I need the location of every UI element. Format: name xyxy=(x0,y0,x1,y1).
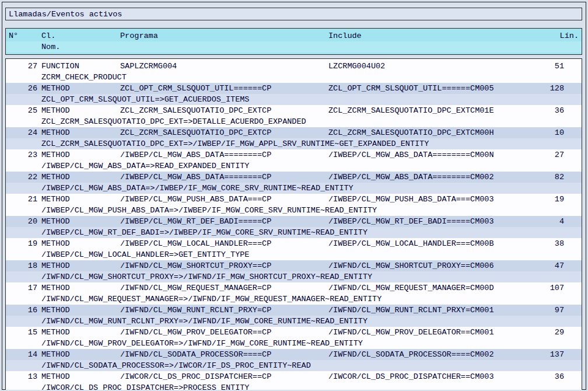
include-name: /IWCOR/CL_DS_PROC_DISPATCHER==CM003 xyxy=(328,371,512,382)
program-name: /IWBEP/CL_MGW_RT_DEF_BADI=====CP xyxy=(120,216,328,227)
include-name: /IWFND/CL_MGW_REQUEST_MANAGER=CM00D xyxy=(328,282,512,294)
table-row[interactable]: 26 METHOD ZCL_OPT_CRM_SLSQUOT_UTIL======… xyxy=(6,83,582,105)
stack-number: 25 xyxy=(6,105,37,116)
column-header-programa: Programa xyxy=(120,30,328,41)
include-name: ZCL_OPT_CRM_SLSQUOT_UTIL======CM005 xyxy=(328,83,512,94)
stack-number: 14 xyxy=(6,349,37,360)
program-name: /IWBEP/CL_MGW_PUSH_ABS_DATA===CP xyxy=(120,194,328,205)
call-type: METHOD xyxy=(37,172,120,183)
event-name: /IWBEP/CL_MGW_LOCAL_HANDLER=>GET_ENTITY_… xyxy=(6,249,249,260)
event-name: /IWBEP/CL_MGW_ABS_DATA=>/IWBEP/IF_MGW_CO… xyxy=(6,183,354,194)
table-row[interactable]: 16 METHOD /IWFND/CL_MGW_RUNT_RCLNT_PRXY=… xyxy=(6,305,582,327)
table-row[interactable]: 17 METHOD /IWFND/CL_MGW_REQUEST_MANAGER=… xyxy=(6,282,582,305)
program-name: /IWFND/CL_MGW_RUNT_RCLNT_PRXY=CP xyxy=(120,305,328,316)
event-name: /IWBEP/CL_MGW_ABS_DATA=>READ_EXPANDED_EN… xyxy=(6,160,249,172)
event-name: ZCL_OPT_CRM_SLSQUOT_UTIL=>GET_ACUERDOS_I… xyxy=(6,94,249,105)
include-name: /IWBEP/CL_MGW_ABS_DATA========CM002 xyxy=(328,172,512,183)
table-row[interactable]: 19 METHOD /IWBEP/CL_MGW_LOCAL_HANDLER===… xyxy=(6,238,582,260)
event-name: /IWFND/CL_MGW_PROV_DELEGATOR=>/IWFND/IF_… xyxy=(6,338,363,349)
table-header: N° Cl. Programa Include Lín. Nom. xyxy=(5,28,582,55)
table-row[interactable]: 21 METHOD /IWBEP/CL_MGW_PUSH_ABS_DATA===… xyxy=(6,194,582,216)
call-stack-table: 27 FUNCTION SAPLZCRMG004 LZCRMG004U02 51… xyxy=(5,58,582,390)
line-number: 107 xyxy=(512,282,582,294)
program-name: ZCL_OPT_CRM_SLSQUOT_UTIL======CP xyxy=(120,83,328,94)
table-row[interactable]: 24 METHOD ZCL_ZCRM_SALESQUOTATIO_DPC_EXT… xyxy=(6,127,582,149)
stack-number: 22 xyxy=(6,172,37,183)
stack-number: 24 xyxy=(6,127,37,138)
table-row[interactable]: 20 METHOD /IWBEP/CL_MGW_RT_DEF_BADI=====… xyxy=(6,216,582,238)
table-row[interactable]: 13 METHOD /IWCOR/CL_DS_PROC_DISPATCHER==… xyxy=(6,371,582,390)
include-name: /IWBEP/CL_MGW_ABS_DATA========CM00N xyxy=(328,149,512,160)
stack-number: 18 xyxy=(6,260,37,271)
event-name: ZCRM_CHECK_PRODUCT xyxy=(6,72,127,83)
event-name: /IWBEP/CL_MGW_RT_DEF_BADI=>/IWBEP/IF_MGW… xyxy=(6,227,368,238)
event-name: /IWFND/CL_MGW_RUNT_RCLNT_PRXY=>/IWFND/IF… xyxy=(6,316,368,327)
include-name: /IWFND/CL_MGW_SHORTCUT_PROXY==CM006 xyxy=(328,260,512,271)
stack-number: 20 xyxy=(6,216,37,227)
column-header-cl: Cl. xyxy=(37,30,120,41)
column-header-num: N° xyxy=(6,30,37,41)
call-type: METHOD xyxy=(37,105,120,116)
table-row[interactable]: 25 METHOD ZCL_ZCRM_SALESQUOTATIO_DPC_EXT… xyxy=(6,105,582,127)
table-row[interactable]: 23 METHOD /IWBEP/CL_MGW_ABS_DATA========… xyxy=(6,149,582,172)
event-name: ZCL_ZCRM_SALESQUOTATIO_DPC_EXT=>/IWBEP/I… xyxy=(6,138,429,149)
line-number: 47 xyxy=(512,260,582,271)
line-number: 29 xyxy=(512,327,582,338)
program-name: /IWFND/CL_SODATA_PROCESSOR====CP xyxy=(120,349,328,360)
call-type: METHOD xyxy=(37,216,120,227)
program-name: /IWBEP/CL_MGW_ABS_DATA========CP xyxy=(120,149,328,160)
line-number: 128 xyxy=(512,83,582,94)
call-type: METHOD xyxy=(37,149,120,160)
program-name: /IWFND/CL_MGW_SHORTCUT_PROXY==CP xyxy=(120,260,328,271)
stack-number: 23 xyxy=(6,149,37,160)
line-number: 27 xyxy=(512,149,582,160)
program-name: ZCL_ZCRM_SALESQUOTATIO_DPC_EXTCP xyxy=(120,105,328,116)
call-type: METHOD xyxy=(37,305,120,316)
include-name: ZCL_ZCRM_SALESQUOTATIO_DPC_EXTCM01E xyxy=(328,105,512,116)
call-type: METHOD xyxy=(37,194,120,205)
program-name: SAPLZCRMG004 xyxy=(120,61,328,72)
call-type: METHOD xyxy=(37,127,120,138)
include-name: /IWFND/CL_SODATA_PROCESSOR====CM002 xyxy=(328,349,512,360)
line-number: 19 xyxy=(512,194,582,205)
line-number: 36 xyxy=(512,371,582,382)
include-name: ZCL_ZCRM_SALESQUOTATIO_DPC_EXTCM00H xyxy=(328,127,512,138)
table-row[interactable]: 18 METHOD /IWFND/CL_MGW_SHORTCUT_PROXY==… xyxy=(6,260,582,282)
line-number: 10 xyxy=(512,127,582,138)
event-name: /IWCOR/CL_DS_PROC_DISPATCHER=>PROCESS_EN… xyxy=(6,382,249,390)
line-number: 97 xyxy=(512,305,582,316)
line-number: 38 xyxy=(512,238,582,249)
event-name: /IWBEP/CL_MGW_PUSH_ABS_DATA=>/IWBEP/IF_M… xyxy=(6,205,377,216)
call-type: METHOD xyxy=(37,260,120,271)
table-row[interactable]: 15 METHOD /IWFND/CL_MGW_PROV_DELEGATOR==… xyxy=(6,327,582,349)
line-number: 51 xyxy=(512,61,582,72)
stack-number: 15 xyxy=(6,327,37,338)
line-number: 4 xyxy=(512,216,582,227)
table-row[interactable]: 14 METHOD /IWFND/CL_SODATA_PROCESSOR====… xyxy=(6,349,582,371)
sap-debugger-call-stack-screen: Llamadas/Eventos activos N° Cl. Programa… xyxy=(0,0,588,391)
include-name: /IWFND/CL_MGW_RUNT_RCLNT_PRXY=CM001 xyxy=(328,305,512,316)
include-name: LZCRMG004U02 xyxy=(328,61,512,72)
include-name: /IWFND/CL_MGW_PROV_DELEGATOR==CM001 xyxy=(328,327,512,338)
program-name: /IWBEP/CL_MGW_ABS_DATA========CP xyxy=(120,172,328,183)
include-name: /IWBEP/CL_MGW_PUSH_ABS_DATA===CM003 xyxy=(328,194,512,205)
line-number: 36 xyxy=(512,105,582,116)
stack-number: 21 xyxy=(6,194,37,205)
call-type: METHOD xyxy=(37,327,120,338)
include-name: /IWBEP/CL_MGW_RT_DEF_BADI=====CM003 xyxy=(328,216,512,227)
stack-number: 13 xyxy=(6,371,37,382)
page-title: Llamadas/Eventos activos xyxy=(5,8,582,20)
call-type: METHOD xyxy=(37,349,120,360)
program-name: /IWFND/CL_MGW_REQUEST_MANAGER=CP xyxy=(120,282,328,294)
event-name: /IWFND/CL_SODATA_PROCESSOR=>/IWCOR/IF_DS… xyxy=(6,360,311,371)
call-type: METHOD xyxy=(37,282,120,294)
event-name: /IWFND/CL_MGW_REQUEST_MANAGER=>/IWFND/IF… xyxy=(6,294,382,305)
program-name: /IWBEP/CL_MGW_LOCAL_HANDLER===CP xyxy=(120,238,328,249)
table-row[interactable]: 22 METHOD /IWBEP/CL_MGW_ABS_DATA========… xyxy=(6,172,582,194)
program-name: /IWFND/CL_MGW_PROV_DELEGATOR==CP xyxy=(120,327,328,338)
table-row[interactable]: 27 FUNCTION SAPLZCRMG004 LZCRMG004U02 51… xyxy=(6,61,582,83)
stack-number: 27 xyxy=(6,61,37,72)
program-name: /IWCOR/CL_DS_PROC_DISPATCHER==CP xyxy=(120,371,328,382)
stack-number: 26 xyxy=(6,83,37,94)
include-name: /IWBEP/CL_MGW_LOCAL_HANDLER===CM00B xyxy=(328,238,512,249)
